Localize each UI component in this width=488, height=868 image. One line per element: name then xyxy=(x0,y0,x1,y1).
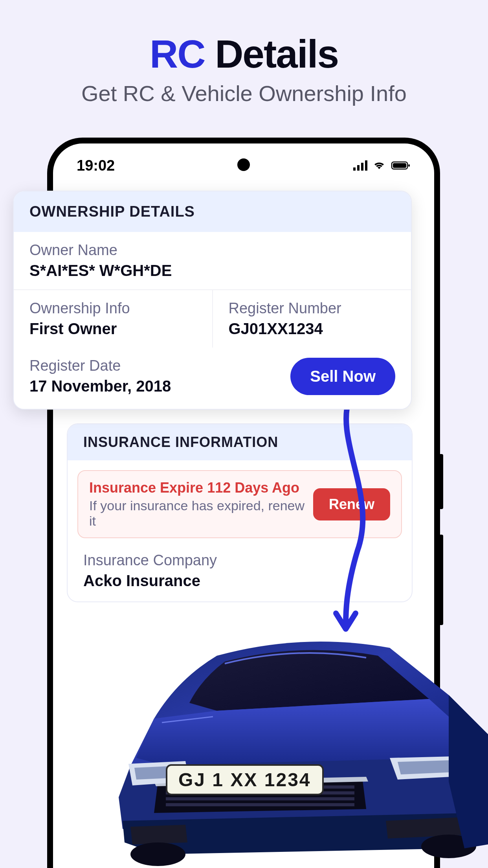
phone-side-button xyxy=(440,454,443,509)
register-number-label: Register Number xyxy=(229,300,396,317)
title-rc: RC xyxy=(150,32,205,76)
ownership-card: OWNERSHIP DETAILS Owner Name S*AI*ES* W*… xyxy=(13,191,412,410)
register-date-row: Register Date 17 November, 2018 Sell Now xyxy=(14,348,411,409)
title-details: Details xyxy=(205,32,338,76)
sell-now-button[interactable]: Sell Now xyxy=(290,358,395,395)
ownership-header: OWNERSHIP DETAILS xyxy=(14,191,411,232)
svg-rect-3 xyxy=(365,160,367,171)
status-icons xyxy=(353,157,411,174)
svg-rect-9 xyxy=(166,797,354,800)
svg-rect-6 xyxy=(408,164,410,167)
register-number-col: Register Number GJ01XX1234 xyxy=(213,290,411,348)
svg-rect-2 xyxy=(361,163,363,171)
battery-icon xyxy=(391,157,411,174)
camera-notch xyxy=(237,158,250,171)
phone-side-button xyxy=(440,535,443,625)
svg-rect-5 xyxy=(393,163,406,168)
owner-name-label: Owner Name xyxy=(29,242,395,259)
status-time: 19:02 xyxy=(77,157,115,174)
register-number-value: GJ01XX1234 xyxy=(229,320,396,338)
svg-rect-1 xyxy=(357,165,360,171)
owner-name-row: Owner Name S*AI*ES* W*GH*DE xyxy=(14,232,411,290)
svg-point-13 xyxy=(130,842,185,866)
license-plate: GJ 1 XX 1234 xyxy=(166,764,324,795)
ownership-register-row: Ownership Info First Owner Register Numb… xyxy=(14,290,411,348)
page-title: RC Details xyxy=(0,31,488,77)
ownership-info-col: Ownership Info First Owner xyxy=(14,290,213,348)
register-date-value: 17 November, 2018 xyxy=(29,377,171,395)
register-date-col: Register Date 17 November, 2018 xyxy=(29,357,171,395)
wifi-icon xyxy=(372,157,386,174)
alert-text: Insurance Expire 112 Days Ago If your in… xyxy=(89,480,313,529)
owner-name-value: S*AI*ES* W*GH*DE xyxy=(29,262,395,280)
ownership-info-value: First Owner xyxy=(29,320,196,338)
arrow-icon xyxy=(306,393,393,645)
page-subtitle: Get RC & Vehicle Ownership Info xyxy=(0,81,488,106)
ownership-info-label: Ownership Info xyxy=(29,300,196,317)
svg-rect-10 xyxy=(166,803,354,806)
signal-icon xyxy=(353,157,367,174)
register-date-label: Register Date xyxy=(29,357,171,374)
car-image: GJ 1 XX 1234 xyxy=(107,624,488,868)
alert-subtitle: If your insurance has expired, renew it xyxy=(89,498,313,529)
svg-rect-0 xyxy=(353,167,356,171)
alert-title: Insurance Expire 112 Days Ago xyxy=(89,480,313,496)
page-header: RC Details Get RC & Vehicle Ownership In… xyxy=(0,0,488,106)
